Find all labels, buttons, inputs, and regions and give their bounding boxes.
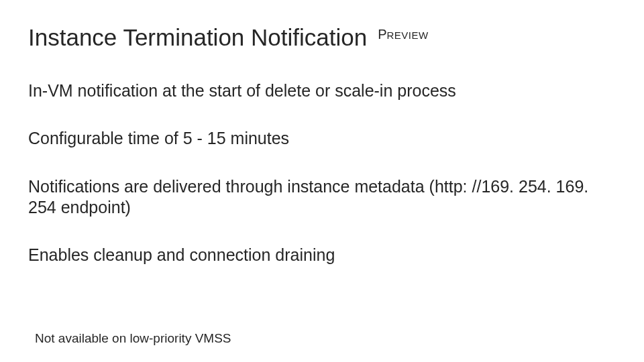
footnote: Not available on low-priority VMSS — [35, 331, 231, 346]
body-line: Enables cleanup and connection draining — [28, 245, 616, 265]
body-line: Configurable time of 5 - 15 minutes — [28, 128, 616, 149]
title-row: Instance Termination Notification PREVIE… — [28, 24, 616, 51]
preview-badge: PREVIEW — [378, 27, 429, 42]
preview-badge-first: P — [378, 27, 386, 42]
body-line: Notifications are delivered through inst… — [28, 176, 616, 219]
preview-badge-rest: REVIEW — [387, 29, 429, 41]
body-list: In-VM notification at the start of delet… — [28, 80, 616, 265]
body-line: In-VM notification at the start of delet… — [28, 80, 616, 101]
page-title: Instance Termination Notification — [28, 24, 367, 51]
